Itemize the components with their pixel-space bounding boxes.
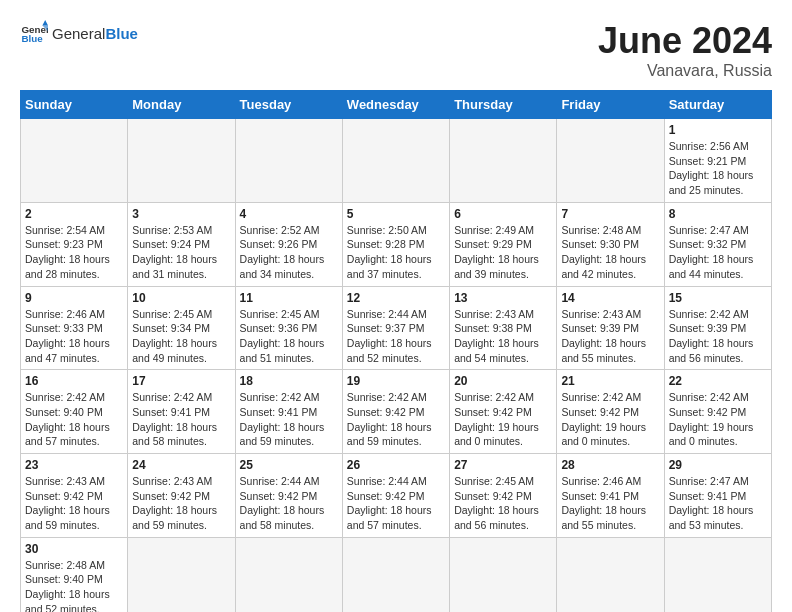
calendar-table: SundayMondayTuesdayWednesdayThursdayFrid…: [20, 90, 772, 612]
calendar-cell: 24Sunrise: 2:43 AM Sunset: 9:42 PM Dayli…: [128, 454, 235, 538]
calendar-cell: 3Sunrise: 2:53 AM Sunset: 9:24 PM Daylig…: [128, 202, 235, 286]
calendar-cell: [450, 537, 557, 612]
day-info: Sunrise: 2:43 AM Sunset: 9:42 PM Dayligh…: [132, 474, 230, 533]
calendar-cell: 29Sunrise: 2:47 AM Sunset: 9:41 PM Dayli…: [664, 454, 771, 538]
location-title: Vanavara, Russia: [598, 62, 772, 80]
calendar-week-row: 9Sunrise: 2:46 AM Sunset: 9:33 PM Daylig…: [21, 286, 772, 370]
day-info: Sunrise: 2:52 AM Sunset: 9:26 PM Dayligh…: [240, 223, 338, 282]
calendar-header-thursday: Thursday: [450, 91, 557, 119]
day-info: Sunrise: 2:53 AM Sunset: 9:24 PM Dayligh…: [132, 223, 230, 282]
calendar-cell: 21Sunrise: 2:42 AM Sunset: 9:42 PM Dayli…: [557, 370, 664, 454]
calendar-cell: [557, 537, 664, 612]
calendar-cell: 6Sunrise: 2:49 AM Sunset: 9:29 PM Daylig…: [450, 202, 557, 286]
calendar-cell: 19Sunrise: 2:42 AM Sunset: 9:42 PM Dayli…: [342, 370, 449, 454]
calendar-cell: 10Sunrise: 2:45 AM Sunset: 9:34 PM Dayli…: [128, 286, 235, 370]
day-info: Sunrise: 2:46 AM Sunset: 9:41 PM Dayligh…: [561, 474, 659, 533]
day-info: Sunrise: 2:43 AM Sunset: 9:42 PM Dayligh…: [25, 474, 123, 533]
calendar-cell: [557, 119, 664, 203]
day-info: Sunrise: 2:44 AM Sunset: 9:37 PM Dayligh…: [347, 307, 445, 366]
day-number: 8: [669, 207, 767, 221]
calendar-cell: 5Sunrise: 2:50 AM Sunset: 9:28 PM Daylig…: [342, 202, 449, 286]
svg-marker-2: [42, 20, 48, 26]
calendar-cell: [235, 119, 342, 203]
day-number: 7: [561, 207, 659, 221]
calendar-cell: [342, 119, 449, 203]
day-info: Sunrise: 2:45 AM Sunset: 9:34 PM Dayligh…: [132, 307, 230, 366]
calendar-cell: 15Sunrise: 2:42 AM Sunset: 9:39 PM Dayli…: [664, 286, 771, 370]
calendar-header-wednesday: Wednesday: [342, 91, 449, 119]
calendar-header-friday: Friday: [557, 91, 664, 119]
day-number: 24: [132, 458, 230, 472]
calendar-week-row: 30Sunrise: 2:48 AM Sunset: 9:40 PM Dayli…: [21, 537, 772, 612]
calendar-cell: [128, 119, 235, 203]
calendar-cell: 9Sunrise: 2:46 AM Sunset: 9:33 PM Daylig…: [21, 286, 128, 370]
calendar-cell: 20Sunrise: 2:42 AM Sunset: 9:42 PM Dayli…: [450, 370, 557, 454]
day-info: Sunrise: 2:42 AM Sunset: 9:42 PM Dayligh…: [454, 390, 552, 449]
calendar-cell: [664, 537, 771, 612]
calendar-cell: 13Sunrise: 2:43 AM Sunset: 9:38 PM Dayli…: [450, 286, 557, 370]
day-number: 9: [25, 291, 123, 305]
day-info: Sunrise: 2:42 AM Sunset: 9:39 PM Dayligh…: [669, 307, 767, 366]
day-number: 26: [347, 458, 445, 472]
day-number: 23: [25, 458, 123, 472]
calendar-cell: 8Sunrise: 2:47 AM Sunset: 9:32 PM Daylig…: [664, 202, 771, 286]
logo: General Blue GeneralBlue: [20, 20, 138, 48]
calendar-cell: 18Sunrise: 2:42 AM Sunset: 9:41 PM Dayli…: [235, 370, 342, 454]
day-info: Sunrise: 2:56 AM Sunset: 9:21 PM Dayligh…: [669, 139, 767, 198]
calendar-cell: 28Sunrise: 2:46 AM Sunset: 9:41 PM Dayli…: [557, 454, 664, 538]
calendar-header-row: SundayMondayTuesdayWednesdayThursdayFrid…: [21, 91, 772, 119]
day-number: 19: [347, 374, 445, 388]
day-info: Sunrise: 2:50 AM Sunset: 9:28 PM Dayligh…: [347, 223, 445, 282]
day-number: 17: [132, 374, 230, 388]
calendar-cell: 2Sunrise: 2:54 AM Sunset: 9:23 PM Daylig…: [21, 202, 128, 286]
calendar-cell: 4Sunrise: 2:52 AM Sunset: 9:26 PM Daylig…: [235, 202, 342, 286]
calendar-cell: 7Sunrise: 2:48 AM Sunset: 9:30 PM Daylig…: [557, 202, 664, 286]
day-number: 12: [347, 291, 445, 305]
day-number: 5: [347, 207, 445, 221]
day-info: Sunrise: 2:43 AM Sunset: 9:39 PM Dayligh…: [561, 307, 659, 366]
calendar-week-row: 1Sunrise: 2:56 AM Sunset: 9:21 PM Daylig…: [21, 119, 772, 203]
calendar-cell: [235, 537, 342, 612]
calendar-cell: 1Sunrise: 2:56 AM Sunset: 9:21 PM Daylig…: [664, 119, 771, 203]
calendar-cell: 23Sunrise: 2:43 AM Sunset: 9:42 PM Dayli…: [21, 454, 128, 538]
day-info: Sunrise: 2:44 AM Sunset: 9:42 PM Dayligh…: [347, 474, 445, 533]
calendar-cell: 22Sunrise: 2:42 AM Sunset: 9:42 PM Dayli…: [664, 370, 771, 454]
calendar-cell: 27Sunrise: 2:45 AM Sunset: 9:42 PM Dayli…: [450, 454, 557, 538]
day-info: Sunrise: 2:48 AM Sunset: 9:40 PM Dayligh…: [25, 558, 123, 612]
calendar-cell: 26Sunrise: 2:44 AM Sunset: 9:42 PM Dayli…: [342, 454, 449, 538]
day-number: 13: [454, 291, 552, 305]
page-header: General Blue GeneralBlue June 2024 Vanav…: [20, 20, 772, 80]
day-number: 18: [240, 374, 338, 388]
day-info: Sunrise: 2:42 AM Sunset: 9:42 PM Dayligh…: [347, 390, 445, 449]
day-info: Sunrise: 2:43 AM Sunset: 9:38 PM Dayligh…: [454, 307, 552, 366]
calendar-cell: [342, 537, 449, 612]
day-number: 15: [669, 291, 767, 305]
day-info: Sunrise: 2:42 AM Sunset: 9:42 PM Dayligh…: [669, 390, 767, 449]
calendar-cell: 16Sunrise: 2:42 AM Sunset: 9:40 PM Dayli…: [21, 370, 128, 454]
day-info: Sunrise: 2:48 AM Sunset: 9:30 PM Dayligh…: [561, 223, 659, 282]
logo-icon: General Blue: [20, 20, 48, 48]
day-info: Sunrise: 2:45 AM Sunset: 9:36 PM Dayligh…: [240, 307, 338, 366]
day-info: Sunrise: 2:49 AM Sunset: 9:29 PM Dayligh…: [454, 223, 552, 282]
day-number: 3: [132, 207, 230, 221]
day-number: 6: [454, 207, 552, 221]
month-year-title: June 2024: [598, 20, 772, 62]
calendar-cell: 11Sunrise: 2:45 AM Sunset: 9:36 PM Dayli…: [235, 286, 342, 370]
day-info: Sunrise: 2:42 AM Sunset: 9:40 PM Dayligh…: [25, 390, 123, 449]
day-number: 16: [25, 374, 123, 388]
day-number: 21: [561, 374, 659, 388]
day-number: 10: [132, 291, 230, 305]
calendar-week-row: 16Sunrise: 2:42 AM Sunset: 9:40 PM Dayli…: [21, 370, 772, 454]
day-info: Sunrise: 2:47 AM Sunset: 9:32 PM Dayligh…: [669, 223, 767, 282]
day-info: Sunrise: 2:47 AM Sunset: 9:41 PM Dayligh…: [669, 474, 767, 533]
calendar-header-saturday: Saturday: [664, 91, 771, 119]
calendar-cell: 12Sunrise: 2:44 AM Sunset: 9:37 PM Dayli…: [342, 286, 449, 370]
day-number: 27: [454, 458, 552, 472]
calendar-week-row: 2Sunrise: 2:54 AM Sunset: 9:23 PM Daylig…: [21, 202, 772, 286]
day-number: 30: [25, 542, 123, 556]
calendar-cell: 25Sunrise: 2:44 AM Sunset: 9:42 PM Dayli…: [235, 454, 342, 538]
day-info: Sunrise: 2:42 AM Sunset: 9:42 PM Dayligh…: [561, 390, 659, 449]
day-info: Sunrise: 2:46 AM Sunset: 9:33 PM Dayligh…: [25, 307, 123, 366]
day-number: 2: [25, 207, 123, 221]
calendar-cell: [21, 119, 128, 203]
